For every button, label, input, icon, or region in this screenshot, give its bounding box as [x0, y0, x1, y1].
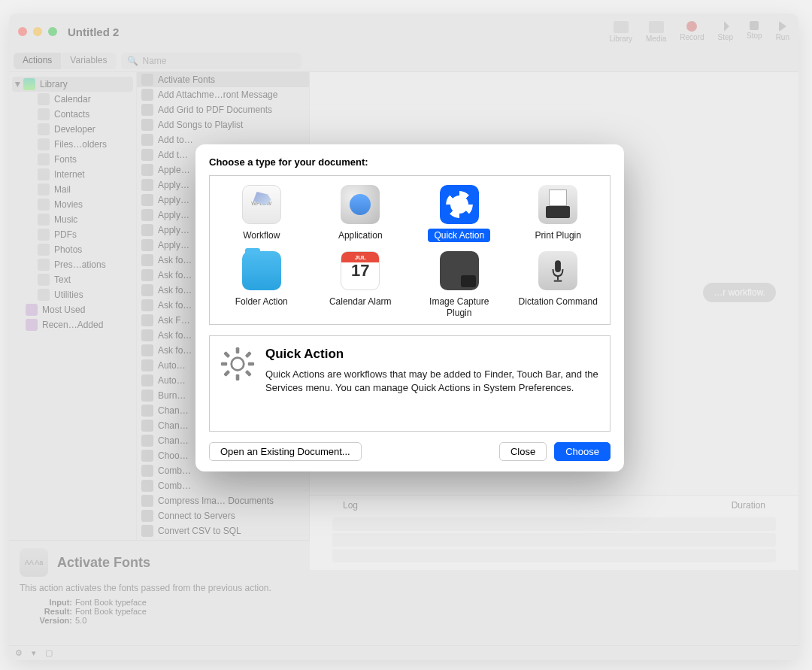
footer-drop-icon[interactable]: ▾ — [32, 648, 36, 658]
action-label: Ask fo… — [158, 255, 192, 265]
footer-gear-icon[interactable]: ⚙ — [15, 648, 23, 658]
doc-type-quick[interactable]: Quick Action — [412, 182, 507, 245]
modal-heading: Choose a type for your document: — [195, 144, 624, 175]
action-label: Ask fo… — [158, 345, 192, 356]
action-label: Chan… — [158, 435, 189, 446]
sidebar-item[interactable]: Text — [12, 272, 133, 287]
folder-icon — [242, 251, 281, 290]
sidebar-item[interactable]: Photos — [12, 242, 133, 257]
action-label: Apply… — [158, 240, 189, 250]
search-icon: 🔍 — [127, 56, 138, 66]
action-icon — [141, 480, 153, 492]
choose-button[interactable]: Choose — [554, 442, 611, 461]
doc-type-dictation[interactable]: Dictation Command — [511, 248, 606, 323]
maximize-window-button[interactable] — [48, 27, 57, 36]
sidebar-item[interactable]: Utilities — [12, 287, 133, 302]
record-button[interactable]: Record — [680, 21, 704, 41]
sidebar-item[interactable]: Movies — [12, 197, 133, 212]
sidebar-item[interactable]: Recen…Added — [12, 317, 133, 332]
sidebar-item-label: Music — [54, 214, 77, 225]
action-label: Convert CSV to SQL — [158, 526, 241, 536]
selected-type-desc: Quick Actions are workflows that may be … — [265, 368, 599, 395]
action-label: Ask fo… — [158, 330, 192, 341]
stop-icon — [750, 21, 759, 30]
stop-button[interactable]: Stop — [747, 21, 762, 40]
action-icon — [141, 269, 153, 281]
sidebar-item[interactable]: Internet — [12, 167, 133, 182]
sidebar-item[interactable]: Calendar — [12, 92, 133, 107]
action-label: Ask F… — [158, 315, 190, 326]
doc-type-print[interactable]: Print Plugin — [511, 182, 606, 245]
category-icon — [38, 289, 50, 301]
sidebar-item[interactable]: Fonts — [12, 152, 133, 167]
action-icon — [141, 224, 153, 236]
search-field[interactable]: 🔍 Name — [121, 53, 301, 69]
tab-actions[interactable]: Actions — [14, 53, 61, 69]
imgcap-icon — [440, 251, 479, 290]
traffic-lights — [18, 27, 57, 36]
action-icon — [141, 329, 153, 341]
doc-type-folder[interactable]: Folder Action — [214, 248, 309, 323]
sidebar-item[interactable]: PDFs — [12, 227, 133, 242]
action-icon — [141, 374, 153, 387]
action-icon — [141, 465, 153, 477]
action-row[interactable]: Connect to Servers — [137, 508, 309, 523]
open-existing-button[interactable]: Open an Existing Document... — [209, 442, 362, 461]
doc-type-application[interactable]: Application — [314, 182, 408, 245]
doc-type-imgcap[interactable]: Image Capture Plugin — [412, 248, 507, 323]
sidebar-item[interactable]: Pres…ations — [12, 257, 133, 272]
run-button[interactable]: Run — [776, 21, 789, 41]
action-label: Auto… — [158, 360, 186, 371]
action-label: Apple… — [158, 165, 190, 175]
doc-type-label: Folder Action — [229, 295, 294, 308]
disclosure-icon: ▶ — [14, 82, 22, 87]
action-row[interactable]: Add Songs to Playlist — [137, 117, 309, 132]
sidebar-item[interactable]: Files…olders — [12, 137, 133, 152]
close-button[interactable]: Close — [499, 442, 547, 461]
sidebar-item[interactable]: Mail — [12, 182, 133, 197]
footer-box-icon[interactable]: ▢ — [45, 648, 53, 658]
doc-type-label: Print Plugin — [529, 229, 587, 242]
close-window-button[interactable] — [18, 27, 27, 36]
media-button[interactable]: Media — [646, 21, 666, 43]
action-label: Comb… — [158, 465, 191, 476]
svg-point-3 — [232, 358, 244, 371]
sidebar-item-label: Movies — [54, 199, 83, 210]
action-icon — [141, 450, 153, 462]
log-pane: Log Duration — [310, 495, 798, 570]
sidebar-item[interactable]: Music — [12, 212, 133, 227]
sidebar-item-label: Fonts — [54, 154, 77, 165]
print-icon — [538, 185, 577, 224]
sidebar-item-label: PDFs — [54, 229, 77, 240]
workflow-icon: WFLOW — [242, 185, 281, 224]
action-label: Apply… — [158, 225, 189, 235]
sidebar-item[interactable]: Contacts — [12, 107, 133, 122]
sidebar-item-label: Files…olders — [54, 139, 107, 150]
category-icon — [38, 123, 50, 135]
doc-type-calendar[interactable]: 17Calendar Alarm — [314, 248, 408, 323]
library-button[interactable]: Library — [609, 21, 632, 43]
sidebar-library-root[interactable]: ▶ Library — [12, 77, 133, 92]
action-row[interactable]: Convert CSV to SQL — [137, 523, 309, 538]
minimize-window-button[interactable] — [33, 27, 42, 36]
action-icon — [141, 104, 153, 116]
sidebar-item[interactable]: Most Used — [12, 302, 133, 317]
action-row[interactable]: Add Grid to PDF Documents — [137, 102, 309, 117]
action-icon — [141, 179, 153, 191]
search-placeholder: Name — [143, 56, 167, 66]
tab-variables[interactable]: Variables — [61, 53, 116, 69]
gear-icon — [220, 347, 255, 381]
sidebar-item[interactable]: Developer — [12, 122, 133, 137]
titlebar: Untitled 2 Library Media Record Step Sto… — [9, 14, 798, 50]
action-row[interactable]: Activate Fonts — [137, 72, 309, 87]
action-row[interactable]: Comb… — [137, 478, 309, 493]
doc-type-label: Image Capture Plugin — [414, 295, 505, 320]
sidebar-item-label: Text — [54, 274, 71, 285]
action-icon — [141, 359, 153, 371]
action-icon — [141, 405, 153, 417]
action-row[interactable]: Compress Ima… Documents — [137, 493, 309, 508]
step-button[interactable]: Step — [717, 21, 733, 41]
doc-type-workflow[interactable]: WFLOWWorkflow — [214, 182, 309, 245]
action-icon — [141, 89, 153, 101]
action-row[interactable]: Add Attachme…ront Message — [137, 87, 309, 102]
